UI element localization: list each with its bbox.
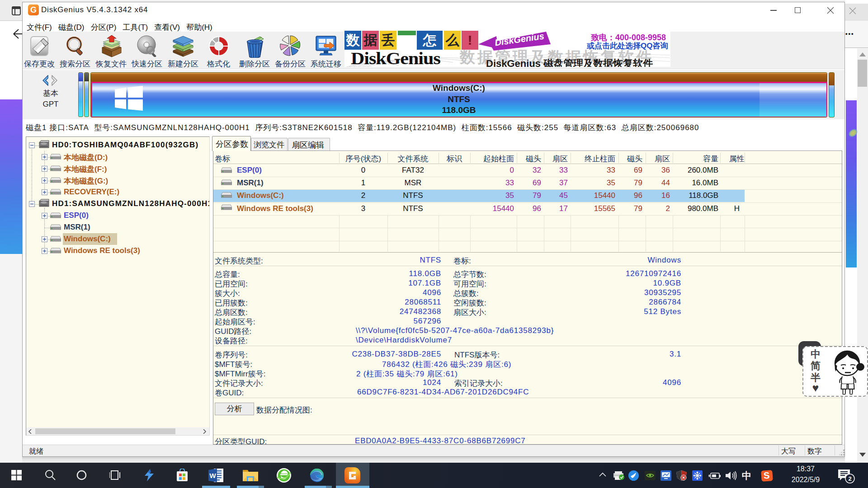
svg-text:2: 2: [848, 475, 851, 482]
svg-text:W: W: [209, 472, 216, 479]
